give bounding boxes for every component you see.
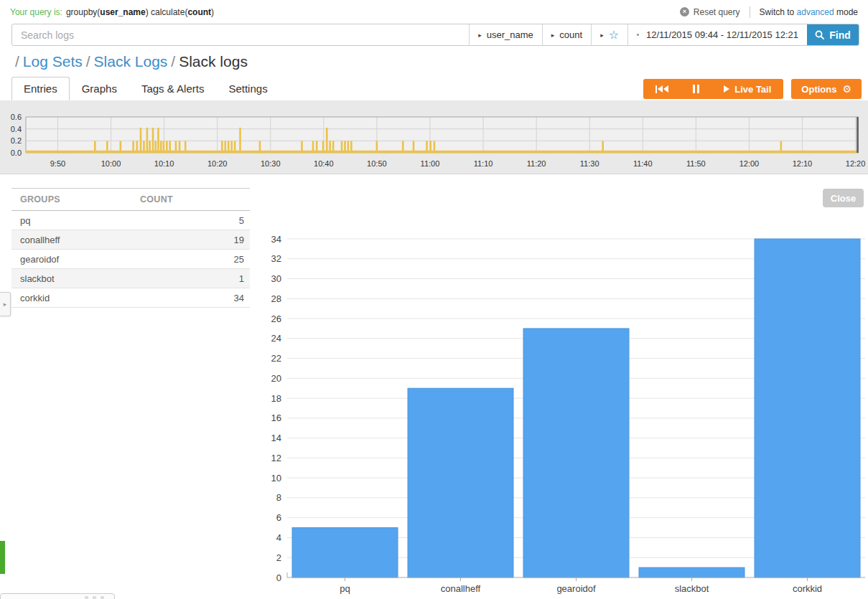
table-row-corkkid[interactable]: corkkid34	[11, 288, 250, 308]
query-part: groupby(	[66, 7, 100, 17]
options-button[interactable]: Options ⚙	[791, 79, 862, 99]
svg-text:slackbot: slackbot	[675, 583, 709, 594]
tab-row: EntriesGraphsTags & AlertsSettings Live …	[0, 76, 868, 100]
svg-text:20: 20	[271, 373, 281, 384]
tab-settings[interactable]: Settings	[216, 77, 279, 100]
date-range-picker[interactable]: 12/11/2015 09:44 - 12/11/2015 12:21	[627, 24, 807, 45]
svg-text:11:00: 11:00	[421, 159, 440, 168]
feedback-tab[interactable]	[0, 541, 5, 574]
pause-button[interactable]	[681, 79, 711, 99]
divider	[750, 6, 750, 18]
switch-prefix: Switch to	[760, 7, 795, 17]
svg-text:0.4: 0.4	[11, 125, 22, 133]
svg-text:12:10: 12:10	[793, 159, 813, 168]
svg-text:18: 18	[271, 393, 281, 404]
timeline-spike	[157, 128, 159, 153]
svg-text:10:00: 10:00	[101, 159, 121, 168]
breadcrumb-item-slack-logs[interactable]: Slack Logs	[94, 53, 168, 70]
timeline-svg: 9:5010:0010:1010:2010:3010:4010:5011:001…	[0, 100, 868, 174]
timeline-range-handle[interactable]	[857, 117, 859, 153]
svg-text:11:50: 11:50	[686, 159, 706, 168]
reset-query-label: Reset query	[694, 7, 740, 17]
timeline-chart[interactable]: 9:5010:0010:1010:2010:3010:4010:5011:001…	[0, 100, 868, 174]
column-header-count: COUNT	[140, 194, 250, 204]
table-row-gearoidof[interactable]: gearoidof25	[11, 250, 250, 269]
bar-slackbot[interactable]	[639, 567, 745, 577]
timeline-spike	[140, 128, 142, 153]
table-row-conallheff[interactable]: conallheff19	[11, 230, 250, 250]
search-input[interactable]	[12, 24, 469, 45]
tab-graphs[interactable]: Graphs	[70, 77, 129, 100]
query-part: user_name	[100, 7, 145, 17]
search-icon	[815, 30, 825, 40]
group-count: 25	[140, 254, 250, 265]
svg-text:corkkid: corkkid	[793, 583, 822, 594]
svg-text:30: 30	[271, 273, 281, 284]
bar-pq[interactable]	[292, 528, 398, 577]
live-tail-button[interactable]: Live Tail	[711, 79, 783, 99]
query-expression: Your query is:groupby(user_name) calcula…	[10, 7, 214, 17]
chevron-right-icon: ▸	[600, 32, 604, 39]
group-count: 19	[140, 235, 250, 245]
breadcrumb-item-log-sets[interactable]: Log Sets	[23, 53, 83, 70]
switch-suffix: mode	[836, 7, 858, 17]
breadcrumb-item-slack-logs: Slack logs	[179, 53, 248, 70]
breadcrumb-separator: /	[15, 53, 19, 70]
table-row-pq[interactable]: pq5	[11, 211, 250, 230]
switch-mode-link[interactable]: Switch to advanced mode	[760, 7, 858, 17]
svg-text:10:10: 10:10	[154, 159, 174, 168]
query-part: count	[187, 7, 211, 17]
timeline-spike	[326, 128, 328, 153]
svg-text:28: 28	[271, 293, 281, 304]
group-name: slackbot	[11, 273, 140, 284]
group-name: gearoidof	[11, 254, 140, 265]
svg-text:0.6: 0.6	[11, 113, 22, 121]
svg-text:0.2: 0.2	[11, 136, 22, 145]
bar-corkkid[interactable]	[755, 239, 860, 577]
bar-chart-svg: 0246810121416182022242628303234pqconallh…	[262, 226, 868, 599]
hidden-bottom-popup[interactable]	[0, 593, 115, 599]
calculate-selector[interactable]: ▸ count	[542, 24, 591, 45]
chevron-right-icon: ▸	[551, 32, 555, 39]
query-part: )	[211, 7, 214, 17]
app-root: Your query is:groupby(user_name) calcula…	[0, 0, 868, 599]
svg-text:10:20: 10:20	[207, 159, 228, 168]
favorite-query-control[interactable]: ▸ ☆	[591, 24, 627, 45]
group-name: conallheff	[11, 235, 140, 245]
svg-text:26: 26	[271, 313, 281, 324]
svg-text:10:30: 10:30	[261, 159, 281, 168]
bar-chart: 0246810121416182022242628303234pqconallh…	[262, 226, 868, 599]
reset-query-button[interactable]: × Reset query	[680, 7, 740, 17]
svg-text:32: 32	[271, 253, 281, 264]
group-count: 34	[140, 293, 250, 303]
groupby-field-selector[interactable]: ▸ user_name	[469, 24, 542, 45]
popup-icon	[101, 596, 104, 599]
bar-gearoidof[interactable]	[523, 329, 629, 577]
breadcrumb-separator: /	[171, 53, 175, 70]
tab-tags-alerts[interactable]: Tags & Alerts	[129, 77, 217, 100]
svg-text:34: 34	[271, 234, 281, 245]
tab-entries[interactable]: Entries	[11, 77, 70, 100]
close-button[interactable]: Close	[823, 189, 864, 207]
advanced-mode-link[interactable]: advanced	[797, 7, 834, 17]
bar-conallheff[interactable]	[408, 388, 513, 577]
date-range-value: 12/11/2015 09:44 - 12/11/2015 12:21	[646, 29, 798, 40]
play-icon	[724, 85, 729, 93]
timeline-spike	[239, 128, 241, 153]
svg-text:16: 16	[271, 412, 281, 423]
svg-text:pq: pq	[340, 583, 350, 594]
chevron-right-icon: ▸	[478, 32, 482, 39]
svg-text:4: 4	[276, 532, 281, 543]
skip-to-start-button[interactable]	[643, 79, 681, 99]
star-icon[interactable]: ☆	[609, 29, 619, 41]
svg-text:0.0: 0.0	[11, 148, 22, 157]
svg-text:10: 10	[271, 473, 281, 484]
sidebar-collapse-toggle[interactable]: ▸	[0, 292, 11, 316]
table-row-slackbot[interactable]: slackbot1	[11, 269, 250, 288]
svg-text:10:40: 10:40	[314, 159, 334, 168]
query-prefix-label: Your query is:	[10, 7, 62, 17]
find-button[interactable]: Find	[807, 24, 859, 45]
breadcrumb: /Log Sets/Slack Logs/Slack logs	[11, 53, 248, 70]
reset-icon: ×	[680, 7, 689, 16]
playback-button-group: Live Tail	[643, 79, 783, 99]
